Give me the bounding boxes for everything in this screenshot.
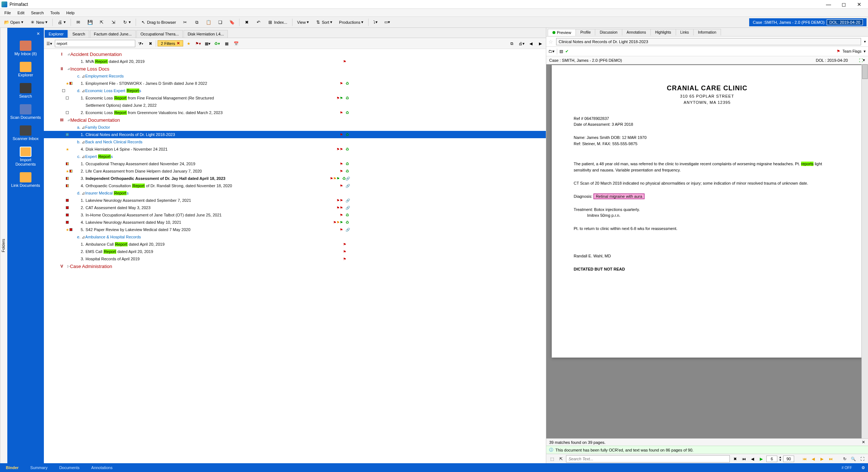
page-current-input[interactable] xyxy=(766,456,777,462)
sidebar-item-explorer[interactable]: Explorer xyxy=(9,60,42,79)
fullscreen-button[interactable]: ⛶ xyxy=(858,455,866,462)
copy-panel-button[interactable]: ⧉ xyxy=(508,39,516,48)
section-header[interactable]: II ⊿ Income Loss Docs xyxy=(44,65,546,72)
email-button[interactable]: ✉ xyxy=(73,18,83,26)
doc-expand-button[interactable]: ⛶ xyxy=(859,58,863,63)
color-filter-button[interactable]: ▦▾ xyxy=(204,39,212,48)
bottom-tab-annotations[interactable]: Annotations xyxy=(88,464,116,471)
doc-check-button[interactable]: ✔ xyxy=(565,49,569,54)
recycle-filter-button[interactable]: ♻▾ xyxy=(213,39,221,48)
first-hit-button[interactable]: ⏮ xyxy=(801,455,808,462)
document-row[interactable]: 1.Clinical Notes and Records of Dr. Ligh… xyxy=(44,131,546,138)
doc-icon-button[interactable]: 🗀▾ xyxy=(548,49,555,54)
document-row[interactable]: 1.Ambulance Call Report dated April 20, … xyxy=(44,241,546,248)
document-scrollbar[interactable] xyxy=(861,64,868,438)
print-button[interactable]: 🖨▾ xyxy=(55,18,68,26)
section-header[interactable]: V ▷ Case Administration xyxy=(44,263,546,270)
tab-discussion[interactable]: Discussion xyxy=(595,29,622,35)
document-row[interactable]: 1.Lakeview Neurology Assessment dated Se… xyxy=(44,197,546,204)
bottom-tab-binder[interactable]: Binder xyxy=(3,464,22,471)
sidebar-item-search[interactable]: Search xyxy=(9,81,42,101)
duplicate-button[interactable]: ❏ xyxy=(215,18,225,26)
document-row[interactable]: 4.Orthopaedic Consultation Report of Dr.… xyxy=(44,182,546,189)
menu-search[interactable]: Search xyxy=(28,10,47,16)
tab-profile[interactable]: Profile xyxy=(575,29,595,35)
menu-tools[interactable]: Tools xyxy=(48,10,63,16)
productions-dropdown[interactable]: Productions ▾ xyxy=(336,18,366,26)
tool-misc1-button[interactable]: ⤵▾ xyxy=(371,18,380,26)
bottom-tab-summary[interactable]: Summary xyxy=(27,464,50,471)
prev-page-button[interactable]: ◀ xyxy=(749,455,756,462)
sidebar-item-inbox[interactable]: My Inbox (8) xyxy=(9,38,42,58)
next-hit-button[interactable]: ▶ xyxy=(818,455,826,462)
share-button[interactable]: ⇱ xyxy=(97,18,107,26)
explorer-search-input[interactable] xyxy=(55,40,135,47)
clear-search-button[interactable]: ✖ xyxy=(146,39,154,48)
index-button[interactable]: ⊞Index... xyxy=(265,18,290,26)
tab-search[interactable]: Search xyxy=(68,30,89,38)
doc-star-button[interactable]: ☆ xyxy=(548,39,553,45)
doc-title-expand-button[interactable]: ▾ xyxy=(864,39,866,44)
prev-button[interactable]: ◀ xyxy=(527,39,535,48)
sort-dropdown[interactable]: ⇅Sort ▾ xyxy=(313,18,335,26)
sidebar-item-scanner-inbox[interactable]: Scanner Inbox xyxy=(9,123,42,143)
tab-explorer[interactable]: Explorer xyxy=(45,30,68,38)
sidebar-item-link[interactable]: Link Documents xyxy=(9,170,42,190)
next-button[interactable]: ▶ xyxy=(536,39,544,48)
document-tree[interactable]: I ⊿ Accident Documentation1.MVA Report d… xyxy=(44,49,546,463)
close-button[interactable]: ✕ xyxy=(852,1,867,8)
grid-button[interactable]: ▦ xyxy=(223,39,231,48)
document-row[interactable]: 4.Lakeview Neurology Assessment dated Ma… xyxy=(44,219,546,226)
doc-badge-button[interactable]: ▧ xyxy=(559,49,563,54)
tab-links[interactable]: Links xyxy=(676,29,694,35)
subsection-header[interactable]: b. ⊿ Back and Neck Clinical Records xyxy=(44,138,546,146)
subsection-header[interactable]: d. ⊿ Insurer Medical Reports xyxy=(44,189,546,197)
last-hit-button[interactable]: ⏭ xyxy=(827,455,834,462)
list-view-button[interactable]: ☰▾ xyxy=(45,39,53,48)
undo-button[interactable]: ↶ xyxy=(253,18,264,26)
document-row[interactable]: 1.Economic Loss Report from Fine Financi… xyxy=(44,94,546,102)
menu-file[interactable]: File xyxy=(1,10,14,16)
document-row[interactable]: ★2.Life Care Assessment from Diane Helpe… xyxy=(44,167,546,175)
team-flags-dropdown[interactable]: ▾ xyxy=(864,49,866,54)
paste-button[interactable]: 📋 xyxy=(203,18,214,26)
first-page-button[interactable]: ⏮ xyxy=(740,455,747,462)
doc-dropdown-button[interactable]: ▾ xyxy=(863,58,865,63)
document-row[interactable]: 3.In-Home Occupational Assessment of Jan… xyxy=(44,211,546,219)
view-dropdown[interactable]: View ▾ xyxy=(295,18,312,26)
clear-filters-button[interactable]: ✕ xyxy=(177,41,180,46)
rotate-button[interactable]: ↻ xyxy=(841,455,848,462)
section-header[interactable]: III ⊿ Medical Documentation xyxy=(44,116,546,124)
tab-preview[interactable]: Preview xyxy=(548,29,576,36)
next-page-button[interactable]: ▶ xyxy=(758,455,765,462)
document-row[interactable]: ★4.Disk Herniation L4 Spine - November 2… xyxy=(44,146,546,153)
document-viewer[interactable]: CRANIAL CARE CLINIC 310 65 POPLAR STREET… xyxy=(546,64,868,438)
document-row[interactable]: 1.Occupational Therapy Assessment dated … xyxy=(44,160,546,167)
calendar-button[interactable]: 📅 xyxy=(232,39,240,48)
subsection-header[interactable]: e. ⊿ Ambulance & Hospital Records xyxy=(44,233,546,241)
fit-width-button[interactable]: ⬚ xyxy=(548,455,556,462)
external-button[interactable]: ⇱ xyxy=(557,455,565,462)
sidebar-close-button[interactable]: ✕ xyxy=(9,31,42,37)
doc-search-input[interactable] xyxy=(566,455,730,462)
document-row[interactable]: 2.EMS Call Report dated April 20, 2019 xyxy=(44,248,546,255)
tab-occupational[interactable]: Occupational Thera... xyxy=(136,30,183,38)
maximize-button[interactable]: ◻ xyxy=(837,1,851,8)
filters-pill[interactable]: 2 Filters✕ xyxy=(158,40,183,46)
zoom-button[interactable]: 🔍 xyxy=(850,455,857,462)
refresh-button[interactable]: ↻▾ xyxy=(120,18,133,26)
subsection-header[interactable]: d. ⊿ Economic Loss Expert Reports xyxy=(44,87,546,94)
minimize-button[interactable]: — xyxy=(821,1,836,8)
star-filter-button[interactable]: ★ xyxy=(185,39,193,48)
document-row[interactable]: 3.Hospital Records of April 2019 xyxy=(44,255,546,263)
bottom-tab-documents[interactable]: Documents xyxy=(56,464,83,471)
doc-flag-button[interactable]: ⚑ xyxy=(837,49,840,54)
menu-help[interactable]: Help xyxy=(63,10,78,16)
subsection-header[interactable]: a. ⊿ Family Doctor xyxy=(44,124,546,131)
bookmark-button[interactable]: 🔖 xyxy=(227,18,237,26)
flag-filter-button[interactable]: ⚑▾ xyxy=(194,39,202,48)
tab-information[interactable]: Information xyxy=(693,29,721,35)
subsection-header[interactable]: c. ⊿ Expert Reports xyxy=(44,153,546,160)
document-row[interactable]: ★5.S42 Paper Review by Lakeview Medical … xyxy=(44,226,546,233)
doc-search-clear-button[interactable]: ✖ xyxy=(731,455,739,462)
